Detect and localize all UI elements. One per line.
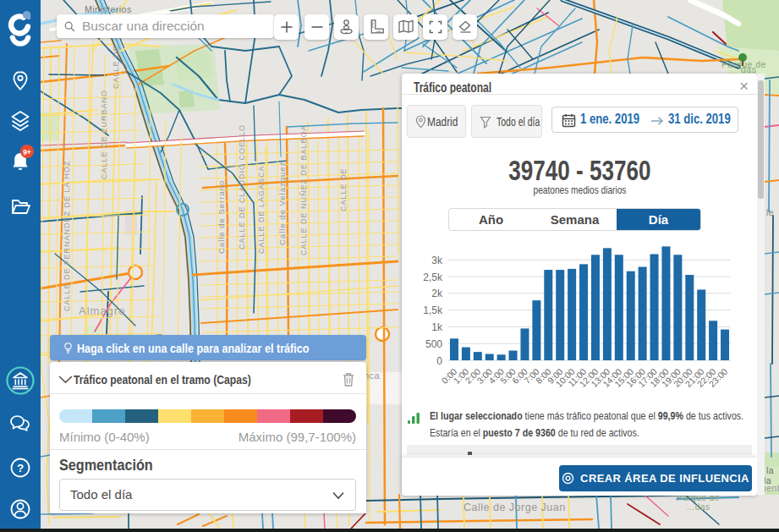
svg-text:Almagro: Almagro [79,304,125,317]
svg-text:Calle de Jorge Juan: Calle de Jorge Juan [464,502,566,513]
svg-text:1,5k: 1,5k [423,304,443,316]
svg-text:Calle de Velázquez: Calle de Velázquez [277,162,287,245]
svg-text:?: ? [17,462,24,474]
svg-text:500: 500 [425,338,442,350]
svg-text:9+: 9+ [23,148,31,156]
svg-text:3k: 3k [431,255,443,266]
svg-text:CALLE DE CLAUDIO COELLO: CALLE DE CLAUDIO COELLO [238,124,246,250]
svg-text:0: 0 [436,355,442,367]
svg-text:CALLE DE FERNÁNDEZ DE LA HOZ: CALLE DE FERNÁNDEZ DE LA HOZ [63,160,71,311]
svg-text:CALLE DE: CALLE DE [112,45,120,89]
svg-text:CALLE DE: CALLE DE [339,167,348,211]
svg-text:...das: ...das [687,502,710,512]
svg-text:Calle de Serrano: Calle de Serrano [217,180,226,254]
svg-text:1k: 1k [431,321,443,333]
svg-text:Ministerios: Ministerios [85,4,132,14]
svg-text:CALLE DE NÚÑEZ DE BALBOA: CALLE DE NÚÑEZ DE BALBOA [299,124,308,255]
svg-text:CALLE DE LAGASCA: CALLE DE LAGASCA [257,165,266,254]
svg-text:CALLE DE ZURBANO: CALLE DE ZURBANO [100,90,108,179]
svg-text:2k: 2k [431,288,443,299]
svg-text:le: le [766,208,774,217]
svg-text:la: la [766,465,774,475]
svg-text:2,5k: 2,5k [423,271,443,283]
